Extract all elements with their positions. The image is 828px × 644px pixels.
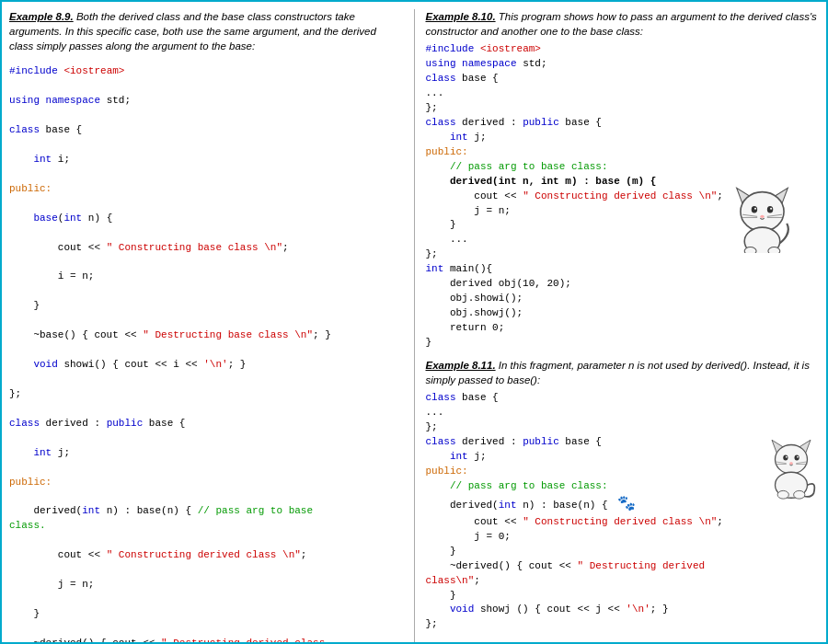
example11-section: Example 8.11. In this fragment, paramete… <box>426 358 820 632</box>
code9-line16: derived(int n) : base(n) { // pass arg t… <box>9 504 353 534</box>
code9-line13: class derived : public base { <box>9 417 353 431</box>
svg-point-44 <box>768 247 780 252</box>
svg-point-32 <box>741 191 784 231</box>
r-line19: obj.showj(); <box>426 307 523 318</box>
r11-line12: ~derived() { cout << " Destructing deriv… <box>426 560 706 586</box>
svg-point-59 <box>794 490 805 499</box>
r-line14: ... <box>426 234 468 245</box>
r-line5: }; <box>426 102 438 113</box>
example9-section: Example 8.9. Both the derived class and … <box>9 9 403 57</box>
cat-right-icon <box>732 184 792 259</box>
vertical-divider <box>414 9 415 644</box>
code10-cat-row: derived(int n, int m) : base (m) { cout … <box>426 175 820 351</box>
code9-line8: i = n; <box>9 270 353 284</box>
left-panel: Example 8.9. Both the derived class and … <box>9 9 403 644</box>
svg-point-48 <box>783 454 788 460</box>
r-line16: int main(){ <box>426 263 493 274</box>
r11-line10: j = 0; <box>426 531 511 542</box>
svg-point-51 <box>797 456 799 458</box>
svg-point-37 <box>760 214 764 217</box>
example9-title: Example 8.9. Both the derived class and … <box>9 9 403 53</box>
r11-line15: }; <box>426 618 438 629</box>
code9-line17: cout << " Constructing derived class \n"… <box>9 548 353 563</box>
code9-line18: j = n; <box>9 578 353 592</box>
r11-line13: } <box>426 590 456 601</box>
code9-line1: #include <iostream> <box>9 64 353 79</box>
cat-sitting-svg <box>764 435 819 500</box>
cat-11-icon <box>764 435 819 505</box>
r-line13: } <box>426 219 456 230</box>
r11-line4: class derived : public base { <box>426 436 602 447</box>
r11-line1: class base { <box>426 392 499 403</box>
r-line20: return 0; <box>426 322 505 333</box>
code9-area: #include <iostream> using namespace std;… <box>9 64 403 644</box>
r-line3: class base { <box>426 73 499 84</box>
code9-line12: }; <box>9 387 353 402</box>
r11-line14: void showj () { cout << j << '\n'; } <box>426 604 669 615</box>
r11-line2: ... <box>426 407 444 418</box>
r11-line8: derived(int n) : base(n) { <box>426 500 608 511</box>
code9-block: #include <iostream> using namespace std;… <box>9 64 353 644</box>
example11-title: Example 8.11. In this fragment, paramete… <box>426 358 820 387</box>
r11-line7: // pass arg to base class: <box>426 480 608 491</box>
main-container: Example 8.9. Both the derived class and … <box>2 2 826 642</box>
code9-line3: class base { <box>9 123 353 138</box>
r-line8: public: <box>426 146 468 157</box>
example9-title-underline: Example 8.9. <box>9 11 74 22</box>
svg-point-36 <box>770 207 772 209</box>
code9-line5: public: <box>9 182 353 197</box>
r11-line11: } <box>426 546 456 557</box>
code9-line4: int i; <box>9 153 353 167</box>
r-line12: j = n; <box>426 205 511 216</box>
code9-line14: int j; <box>9 446 353 461</box>
svg-point-49 <box>795 454 799 460</box>
r11-line9: cout << " Constructing derived class \n"… <box>426 516 723 527</box>
example10-title-underline: Example 8.10. <box>426 11 496 22</box>
svg-point-33 <box>752 206 757 213</box>
code9-line6: base(int n) { <box>9 212 353 226</box>
svg-point-52 <box>789 462 793 465</box>
right-panel: Example 8.10. This program shows how to … <box>426 9 820 644</box>
svg-point-43 <box>744 247 756 252</box>
r11-line3: }; <box>426 421 438 432</box>
svg-point-50 <box>786 456 788 458</box>
svg-point-35 <box>754 207 756 209</box>
r-line4: ... <box>426 87 444 98</box>
example10-section: Example 8.10. This program shows how to … <box>426 9 820 351</box>
r-line7: int j; <box>426 132 487 143</box>
code11-cat-row: class derived : public base { int j; pub… <box>426 435 820 632</box>
code10-main: derived(int n, int m) : base (m) { cout … <box>426 175 723 351</box>
r-line10: derived(int n, int m) : base (m) { <box>426 176 657 187</box>
cat-middle-icon <box>348 0 403 6</box>
r-line17: derived obj(10, 20); <box>426 278 571 289</box>
r11-line5: int j; <box>426 451 487 462</box>
r-line1: #include <iostream> <box>426 43 541 54</box>
cat-ball-icon: 🐾 <box>617 494 636 515</box>
svg-point-47 <box>776 444 808 474</box>
example10-title: Example 8.10. This program shows how to … <box>426 9 820 39</box>
code9-line20: ~derived() { cout << " Destructing deriv… <box>9 637 353 644</box>
code9-line15: public: <box>9 476 353 490</box>
r-line21: } <box>426 337 432 348</box>
svg-point-34 <box>767 206 773 213</box>
r11-line6: public: <box>426 466 468 477</box>
code9-line2: using namespace std; <box>9 94 353 109</box>
code9-line11: void showi() { cout << i << '\n'; } <box>9 358 353 373</box>
code11-block: class base { ... }; class derived : publ… <box>426 391 820 632</box>
r-line2: using namespace std; <box>426 58 547 69</box>
code9-line9: } <box>9 299 353 314</box>
r-line6: class derived : public base { <box>426 117 602 128</box>
cat-right-svg <box>732 184 792 253</box>
r-line18: obj.showi(); <box>426 293 523 304</box>
content-area: Example 8.9. Both the derived class and … <box>2 2 826 644</box>
example11-title-underline: Example 8.11. <box>426 360 496 371</box>
code9-line7: cout << " Constructing base class \n"; <box>9 241 353 256</box>
code11-main: class derived : public base { int j; pub… <box>426 435 757 632</box>
r-line15: }; <box>426 248 438 259</box>
r-line11: cout << " Constructing derived class \n"… <box>426 190 723 201</box>
code10-block: #include <iostream> using namespace std;… <box>426 42 820 351</box>
code9-line10: ~base() { cout << " Destructing base cla… <box>9 328 353 343</box>
svg-point-58 <box>777 490 788 499</box>
code9-line19: } <box>9 607 353 622</box>
r-line9: // pass arg to base class: <box>426 161 608 172</box>
